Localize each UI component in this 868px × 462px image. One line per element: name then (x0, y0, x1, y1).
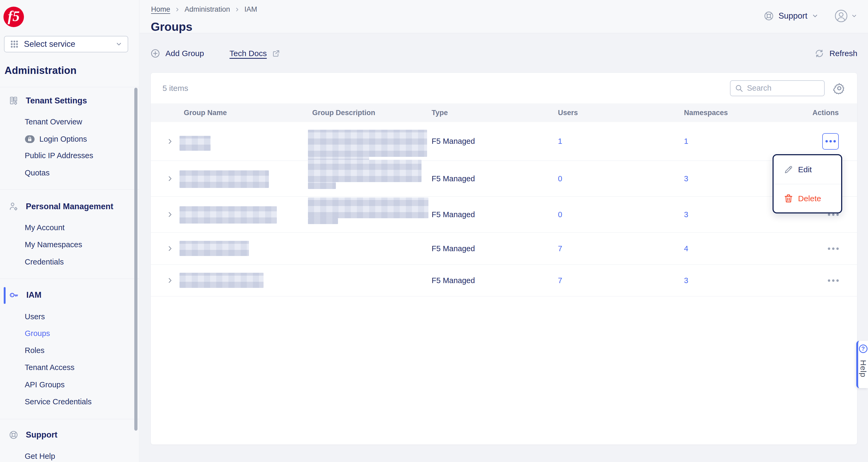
tech-docs-link[interactable]: Tech Docs (229, 49, 280, 58)
sidebar-divider (0, 87, 140, 87)
sidebar-item-my-account[interactable]: My Account (25, 222, 65, 233)
table-settings-gear-icon[interactable] (833, 82, 845, 94)
users-count-link[interactable]: 7 (558, 244, 562, 253)
group-type: F5 Managed (432, 137, 558, 146)
life-ring-icon (764, 11, 774, 21)
help-tab-label: Help (859, 360, 868, 377)
sidebar-section-tenant-settings[interactable]: Tenant Settings (9, 95, 87, 107)
sidebar-section-label: IAM (26, 290, 41, 300)
top-right-controls: Support (764, 8, 857, 24)
sidebar-section-iam[interactable]: IAM (9, 289, 41, 301)
sidebar-item-my-namespaces[interactable]: My Namespaces (25, 239, 82, 250)
breadcrumb: Home Administration IAM (151, 5, 257, 13)
sidebar-section-personal-management[interactable]: Personal Management (9, 201, 113, 212)
users-count-link[interactable]: 1 (558, 137, 562, 145)
f5-logo[interactable]: f5 (3, 7, 24, 27)
sidebar-item-groups[interactable]: Groups (25, 328, 50, 339)
menu-item-delete[interactable]: Delete (774, 184, 841, 213)
table-row: F5 Managed 7 3 (151, 265, 857, 296)
column-header-group-description: Group Description (308, 109, 432, 117)
sidebar-scrollbar-thumb[interactable] (134, 88, 137, 431)
column-header-type: Type (432, 109, 558, 117)
redaction-mosaic (308, 130, 427, 157)
sidebar-item-tenant-access[interactable]: Tenant Access (25, 362, 74, 373)
expand-row-chevron-icon[interactable] (166, 175, 174, 182)
items-count: 5 items (162, 84, 188, 93)
column-header-group-name: Group Name (180, 109, 308, 117)
redaction-mosaic (180, 136, 211, 151)
namespaces-count-link[interactable]: 1 (684, 137, 688, 145)
namespaces-count-link[interactable]: 4 (684, 244, 688, 253)
lock-icon (25, 135, 35, 143)
redaction-mosaic (308, 182, 336, 189)
sidebar-item-users[interactable]: Users (25, 311, 45, 322)
building-gear-icon (9, 96, 18, 105)
search-icon (735, 84, 743, 93)
expand-row-chevron-icon[interactable] (166, 245, 174, 252)
refresh-label: Refresh (830, 49, 857, 58)
row-actions-button-active[interactable] (822, 133, 839, 150)
add-group-label: Add Group (165, 49, 204, 58)
help-tab[interactable]: ? Help (856, 341, 868, 388)
sidebar-item-tenant-overview[interactable]: Tenant Overview (25, 117, 82, 127)
f5-console-page: f5 Select service Administration (0, 0, 868, 462)
table-header-row: Group Name Group Description Type Users … (151, 103, 857, 122)
breadcrumb-iam: IAM (244, 5, 257, 13)
row-actions-button[interactable] (828, 276, 839, 286)
sidebar-item-roles[interactable]: Roles (25, 345, 44, 356)
account-menu-button[interactable] (835, 9, 857, 23)
users-count-link[interactable]: 0 (558, 174, 562, 183)
sidebar-item-quotas[interactable]: Quotas (25, 167, 50, 178)
add-group-button[interactable]: Add Group (151, 48, 204, 58)
sidebar-item-get-help[interactable]: Get Help (25, 451, 55, 461)
service-selector[interactable]: Select service (4, 36, 128, 53)
sidebar: f5 Select service Administration (0, 0, 140, 462)
row-actions-button[interactable] (828, 244, 839, 254)
sidebar-item-public-ip-addresses[interactable]: Public IP Addresses (25, 150, 93, 161)
redaction-mosaic (180, 206, 277, 224)
table-row: F5 Managed 0 3 (151, 197, 857, 233)
redaction-mosaic (308, 160, 422, 182)
apps-grid-icon (10, 40, 19, 48)
plus-circle-icon (151, 48, 160, 58)
users-count-link[interactable]: 0 (558, 210, 562, 219)
expand-row-chevron-icon[interactable] (166, 277, 174, 284)
key-icon (9, 290, 19, 300)
search-input[interactable] (747, 84, 820, 93)
namespaces-count-link[interactable]: 3 (684, 174, 688, 183)
refresh-button[interactable]: Refresh (814, 48, 857, 58)
column-header-users: Users (558, 109, 684, 117)
chevron-down-icon (851, 13, 857, 19)
life-ring-icon (9, 430, 18, 440)
users-count-link[interactable]: 7 (558, 276, 562, 285)
group-type: F5 Managed (432, 174, 558, 183)
pencil-icon (784, 165, 793, 174)
namespaces-count-link[interactable]: 3 (684, 276, 688, 285)
sidebar-section-label: Personal Management (26, 202, 113, 211)
breadcrumb-home-link[interactable]: Home (151, 5, 170, 13)
edit-label: Edit (798, 165, 812, 174)
expand-row-chevron-icon[interactable] (166, 211, 174, 218)
service-selector-label: Select service (24, 39, 116, 49)
sidebar-item-service-credentials[interactable]: Service Credentials (25, 396, 91, 407)
support-menu-button[interactable]: Support (764, 11, 818, 21)
sidebar-section-label: Tenant Settings (26, 96, 87, 105)
column-header-actions: Actions (806, 109, 857, 117)
trash-icon (784, 194, 793, 203)
sidebar-item-api-groups[interactable]: API Groups (25, 379, 65, 390)
chevron-down-icon (812, 12, 818, 20)
sidebar-item-login-options[interactable]: Login Options (25, 134, 87, 144)
row-actions-menu: Edit Delete (773, 154, 842, 213)
column-header-namespaces: Namespaces (684, 109, 806, 117)
namespaces-count-link[interactable]: 3 (684, 210, 688, 219)
question-circle-icon: ? (859, 344, 867, 353)
groups-table-card: 5 items Group Name Group Description Typ… (151, 73, 857, 445)
table-row: F5 Managed 1 1 (151, 122, 857, 161)
breadcrumb-administration: Administration (185, 5, 230, 13)
menu-item-edit[interactable]: Edit (774, 155, 841, 184)
toolbar: Add Group Tech Docs Refresh (151, 45, 857, 62)
sidebar-section-support[interactable]: Support (9, 429, 57, 441)
group-type: F5 Managed (432, 244, 558, 253)
sidebar-item-credentials[interactable]: Credentials (25, 257, 64, 267)
expand-row-chevron-icon[interactable] (166, 138, 174, 145)
